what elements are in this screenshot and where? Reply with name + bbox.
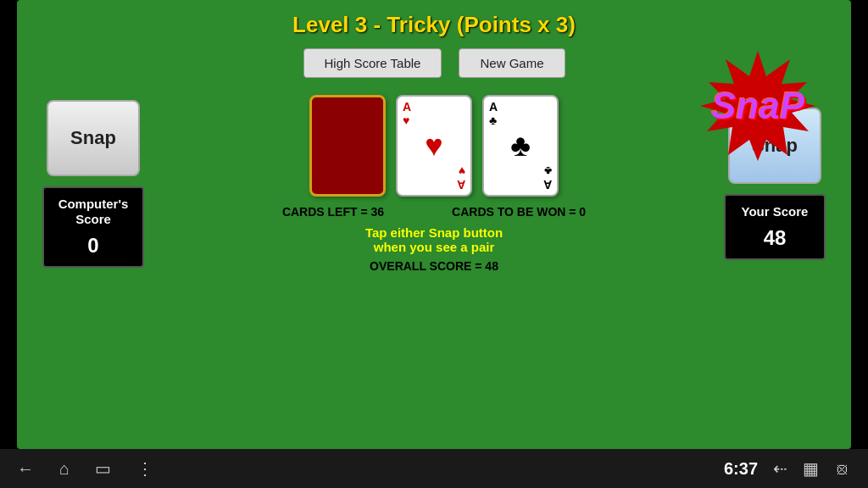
new-game-button[interactable]: New Game: [459, 48, 565, 78]
nav-bar: ← ⌂ ▭ ⋮ 6:37 ⇠ ▦ ⦻: [0, 449, 868, 488]
cards-info-row: CARDS LEFT = 36 CARDS TO BE WON = 0: [282, 205, 586, 219]
your-score-box: Your Score 48: [724, 194, 826, 260]
recents-icon[interactable]: ▭: [95, 458, 111, 479]
snap-logo: SnaP: [690, 47, 826, 165]
share-icon[interactable]: ⇠: [773, 458, 787, 479]
computer-score-title: Computer'sScore: [51, 197, 136, 227]
close-icon[interactable]: ⦻: [834, 459, 851, 479]
high-score-button[interactable]: High Score Table: [303, 48, 442, 78]
menu-icon[interactable]: ⋮: [136, 458, 153, 479]
computer-score-box: Computer'sScore 0: [42, 186, 144, 268]
back-icon[interactable]: ←: [17, 459, 34, 479]
card2-center: ♣: [510, 128, 531, 164]
card2-rank-tl: A♣: [489, 100, 498, 127]
nav-right-icons: 6:37 ⇠ ▦ ⦻: [724, 458, 851, 479]
game-area: Level 3 - Tricky (Points x 3) High Score…: [17, 0, 851, 449]
cards-left-label: CARDS LEFT = 36: [282, 205, 384, 219]
card1-rank-tl: A♥: [403, 100, 411, 127]
cards-area: A♥ ♥ A♥ A♣ ♣ A♣: [309, 95, 559, 197]
computer-score-value: 0: [51, 234, 136, 258]
clock-display: 6:37: [724, 459, 758, 479]
overall-score: OVERALL SCORE = 48: [370, 259, 498, 273]
your-score-title: Your Score: [732, 204, 817, 219]
card2-rank-br: A♣: [543, 164, 552, 191]
your-score-value: 48: [732, 226, 817, 250]
snap-left-button[interactable]: Snap: [47, 100, 140, 176]
snap-logo-text: SnaP: [711, 85, 804, 127]
game-title: Level 3 - Tricky (Points x 3): [17, 0, 851, 38]
home-icon[interactable]: ⌂: [59, 459, 70, 479]
card1-rank-br: A♥: [457, 164, 465, 191]
cards-to-win-label: CARDS TO BE WON = 0: [452, 205, 586, 219]
tap-message: Tap either Snap button when you see a pa…: [365, 225, 503, 254]
right-played-card: A♣ ♣ A♣: [482, 95, 559, 197]
nav-left-icons: ← ⌂ ▭ ⋮: [17, 458, 153, 479]
card1-center: ♥: [425, 128, 442, 164]
deck-card: [309, 95, 386, 197]
left-played-card: A♥ ♥ A♥: [396, 95, 472, 197]
screen-icon[interactable]: ▦: [803, 458, 819, 479]
